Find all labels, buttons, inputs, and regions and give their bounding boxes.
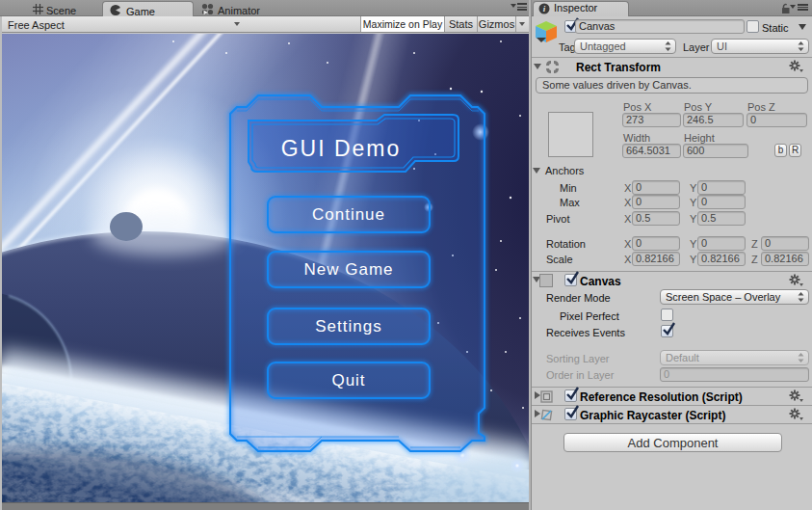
svg-text:GUI Demo: GUI Demo [281,136,402,161]
svg-text:Quit: Quit [331,371,365,389]
svg-text:Settings: Settings [315,317,381,336]
svg-text:Continue: Continue [312,205,385,224]
svg-text:New Game: New Game [303,260,393,279]
